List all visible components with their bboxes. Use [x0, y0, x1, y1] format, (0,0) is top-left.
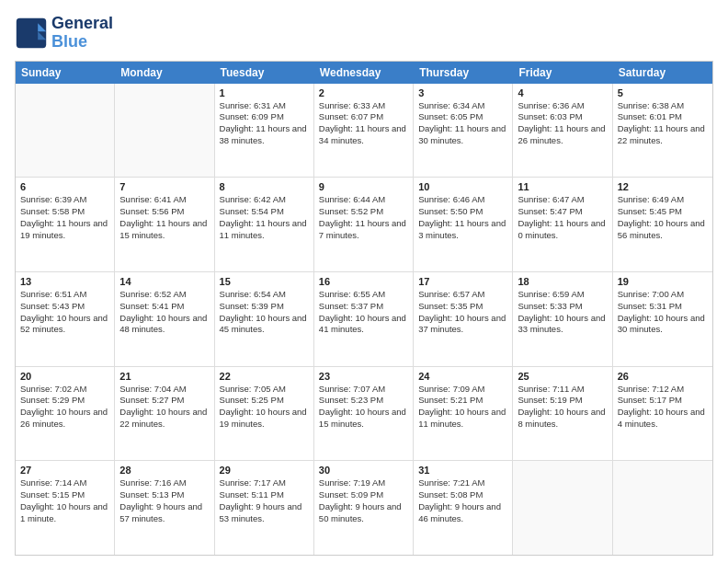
sunset-text: Sunset: 6:09 PM [220, 111, 309, 123]
sunrise-text: Sunrise: 7:04 AM [119, 384, 209, 396]
daylight-text: Daylight: 10 hours and 48 minutes. [119, 313, 209, 337]
sunset-text: Sunset: 5:11 PM [220, 489, 309, 501]
daylight-text: Daylight: 11 hours and 3 minutes. [418, 218, 507, 242]
sunrise-text: Sunrise: 7:00 AM [618, 289, 708, 301]
daylight-text: Daylight: 10 hours and 8 minutes. [518, 407, 607, 431]
sunrise-text: Sunrise: 7:12 AM [618, 384, 708, 396]
daylight-text: Daylight: 10 hours and 26 minutes. [20, 407, 109, 431]
calendar-day-7: 7Sunrise: 6:41 AMSunset: 5:56 PMDaylight… [115, 178, 214, 271]
calendar-day-23: 23Sunrise: 7:07 AMSunset: 5:23 PMDayligh… [314, 367, 414, 461]
calendar-day-1: 1Sunrise: 6:31 AMSunset: 6:09 PMDaylight… [215, 84, 314, 178]
day-of-week-sunday: Sunday [16, 62, 115, 84]
daylight-text: Daylight: 10 hours and 30 minutes. [618, 313, 708, 337]
sunset-text: Sunset: 5:25 PM [220, 395, 309, 407]
daylight-text: Daylight: 11 hours and 34 minutes. [319, 123, 408, 147]
calendar-day-10: 10Sunrise: 6:46 AMSunset: 5:50 PMDayligh… [414, 178, 513, 271]
daylight-text: Daylight: 10 hours and 11 minutes. [418, 407, 507, 431]
calendar: SundayMondayTuesdayWednesdayThursdayFrid… [15, 61, 713, 556]
day-number: 27 [20, 465, 109, 476]
calendar-week-3: 13Sunrise: 6:51 AMSunset: 5:43 PMDayligh… [16, 272, 712, 367]
calendar-day-15: 15Sunrise: 6:54 AMSunset: 5:39 PMDayligh… [215, 272, 314, 366]
calendar-day-2: 2Sunrise: 6:33 AMSunset: 6:07 PMDaylight… [314, 84, 414, 178]
sunrise-text: Sunrise: 7:02 AM [20, 384, 109, 396]
sunset-text: Sunset: 5:21 PM [418, 395, 507, 407]
sunrise-text: Sunrise: 7:21 AM [418, 477, 507, 489]
sunrise-text: Sunrise: 6:38 AM [618, 100, 708, 112]
calendar-week-2: 6Sunrise: 6:39 AMSunset: 5:58 PMDaylight… [16, 178, 712, 272]
day-number: 8 [220, 181, 309, 192]
calendar-day-empty [513, 461, 612, 555]
daylight-text: Daylight: 10 hours and 1 minute. [20, 501, 109, 525]
day-number: 13 [20, 276, 109, 287]
sunrise-text: Sunrise: 6:57 AM [418, 289, 507, 301]
day-number: 16 [319, 276, 408, 287]
day-number: 31 [418, 465, 507, 476]
day-number: 15 [220, 276, 309, 287]
calendar-day-18: 18Sunrise: 6:59 AMSunset: 5:33 PMDayligh… [513, 272, 612, 366]
sunrise-text: Sunrise: 6:33 AM [319, 100, 408, 112]
day-of-week-friday: Friday [513, 62, 612, 84]
sunrise-text: Sunrise: 6:44 AM [319, 194, 408, 206]
calendar-day-16: 16Sunrise: 6:55 AMSunset: 5:37 PMDayligh… [314, 272, 414, 366]
daylight-text: Daylight: 10 hours and 45 minutes. [220, 313, 309, 337]
sunset-text: Sunset: 5:56 PM [119, 206, 209, 218]
sunset-text: Sunset: 5:47 PM [518, 206, 607, 218]
calendar-day-24: 24Sunrise: 7:09 AMSunset: 5:21 PMDayligh… [414, 367, 513, 461]
daylight-text: Daylight: 9 hours and 57 minutes. [119, 501, 209, 525]
day-number: 7 [119, 181, 209, 192]
day-number: 1 [220, 87, 309, 98]
daylight-text: Daylight: 9 hours and 50 minutes. [319, 501, 408, 525]
sunset-text: Sunset: 6:07 PM [319, 111, 408, 123]
daylight-text: Daylight: 11 hours and 26 minutes. [518, 123, 607, 147]
sunrise-text: Sunrise: 6:52 AM [119, 289, 209, 301]
calendar-week-4: 20Sunrise: 7:02 AMSunset: 5:29 PMDayligh… [16, 367, 712, 462]
page: General Blue SundayMondayTuesdayWednesda… [0, 0, 728, 563]
day-number: 14 [119, 276, 209, 287]
sunrise-text: Sunrise: 6:39 AM [20, 194, 109, 206]
sunrise-text: Sunrise: 6:54 AM [220, 289, 309, 301]
sunset-text: Sunset: 6:05 PM [418, 111, 507, 123]
daylight-text: Daylight: 11 hours and 7 minutes. [319, 218, 408, 242]
calendar-day-31: 31Sunrise: 7:21 AMSunset: 5:08 PMDayligh… [414, 461, 513, 555]
day-number: 3 [418, 87, 507, 98]
calendar-day-26: 26Sunrise: 7:12 AMSunset: 5:17 PMDayligh… [613, 367, 712, 461]
calendar-day-21: 21Sunrise: 7:04 AMSunset: 5:27 PMDayligh… [115, 367, 214, 461]
sunrise-text: Sunrise: 6:41 AM [119, 194, 209, 206]
sunset-text: Sunset: 5:29 PM [20, 395, 109, 407]
sunrise-text: Sunrise: 7:14 AM [20, 477, 109, 489]
day-number: 22 [220, 371, 309, 382]
sunrise-text: Sunrise: 6:36 AM [518, 100, 607, 112]
daylight-text: Daylight: 10 hours and 37 minutes. [418, 313, 507, 337]
sunset-text: Sunset: 5:37 PM [319, 301, 408, 313]
calendar-day-20: 20Sunrise: 7:02 AMSunset: 5:29 PMDayligh… [16, 367, 115, 461]
day-number: 10 [418, 181, 507, 192]
daylight-text: Daylight: 11 hours and 38 minutes. [220, 123, 309, 147]
sunrise-text: Sunrise: 7:19 AM [319, 477, 408, 489]
sunset-text: Sunset: 5:13 PM [119, 489, 209, 501]
calendar-day-30: 30Sunrise: 7:19 AMSunset: 5:09 PMDayligh… [314, 461, 414, 555]
day-number: 12 [618, 181, 708, 192]
sunrise-text: Sunrise: 6:46 AM [418, 194, 507, 206]
sunrise-text: Sunrise: 6:42 AM [220, 194, 309, 206]
sunset-text: Sunset: 5:27 PM [119, 395, 209, 407]
day-number: 5 [618, 87, 708, 98]
calendar-day-19: 19Sunrise: 7:00 AMSunset: 5:31 PMDayligh… [613, 272, 712, 366]
day-number: 30 [319, 465, 408, 476]
sunrise-text: Sunrise: 6:55 AM [319, 289, 408, 301]
calendar-day-17: 17Sunrise: 6:57 AMSunset: 5:35 PMDayligh… [414, 272, 513, 366]
day-number: 25 [518, 371, 607, 382]
logo-icon [15, 17, 48, 50]
daylight-text: Daylight: 11 hours and 11 minutes. [220, 218, 309, 242]
sunset-text: Sunset: 5:41 PM [119, 301, 209, 313]
sunset-text: Sunset: 5:58 PM [20, 206, 109, 218]
daylight-text: Daylight: 10 hours and 4 minutes. [618, 407, 708, 431]
calendar-day-8: 8Sunrise: 6:42 AMSunset: 5:54 PMDaylight… [215, 178, 314, 271]
sunset-text: Sunset: 5:31 PM [618, 301, 708, 313]
sunrise-text: Sunrise: 6:49 AM [618, 194, 708, 206]
calendar-day-5: 5Sunrise: 6:38 AMSunset: 6:01 PMDaylight… [613, 84, 712, 178]
sunrise-text: Sunrise: 6:51 AM [20, 289, 109, 301]
sunrise-text: Sunrise: 7:17 AM [220, 477, 309, 489]
day-number: 28 [119, 465, 209, 476]
sunrise-text: Sunrise: 7:09 AM [418, 384, 507, 396]
sunset-text: Sunset: 5:50 PM [418, 206, 507, 218]
